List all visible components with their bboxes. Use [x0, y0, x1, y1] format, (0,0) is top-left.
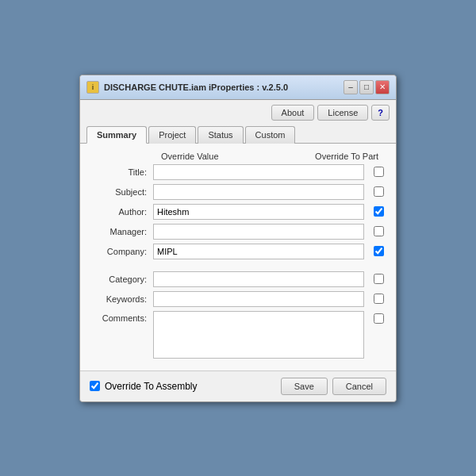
keywords-checkbox-container — [370, 291, 386, 307]
category-input[interactable] — [153, 271, 364, 287]
tab-project[interactable]: Project — [148, 126, 196, 144]
spacer-1 — [90, 263, 386, 271]
manager-label: Manager: — [90, 227, 153, 236]
author-input[interactable] — [153, 204, 364, 220]
cancel-button[interactable]: Cancel — [332, 378, 386, 395]
category-label: Category: — [90, 274, 153, 284]
manager-row: Manager: — [90, 224, 386, 240]
window-icon: i — [86, 81, 99, 94]
override-assembly-checkbox[interactable] — [90, 381, 100, 391]
content-area: Override Value Override To Part Title: S… — [80, 144, 396, 370]
author-row: Author: — [90, 204, 386, 220]
footer: Override To Assembly Save Cancel — [80, 370, 396, 401]
footer-right: Save Cancel — [281, 378, 386, 395]
category-row: Category: — [90, 271, 386, 287]
manager-input[interactable] — [153, 224, 364, 240]
title-bar: i DISCHARGE CHUTE.iam iProperties : v.2.… — [80, 75, 396, 100]
maximize-button[interactable]: □ — [359, 80, 374, 94]
title-label: Title: — [90, 167, 153, 177]
minimize-button[interactable]: – — [344, 80, 358, 94]
tab-status[interactable]: Status — [198, 126, 243, 144]
tab-custom[interactable]: Custom — [245, 126, 296, 144]
tab-summary[interactable]: Summary — [86, 126, 147, 144]
about-button[interactable]: About — [271, 105, 315, 121]
company-input[interactable] — [153, 244, 364, 259]
author-checkbox[interactable] — [374, 206, 384, 217]
comments-checkbox-container — [370, 311, 386, 327]
subject-input[interactable] — [153, 184, 364, 200]
title-row: Title: — [90, 164, 386, 180]
help-button[interactable]: ? — [371, 105, 390, 121]
author-label: Author: — [90, 207, 153, 217]
comments-checkbox[interactable] — [374, 313, 384, 324]
company-checkbox-container — [370, 244, 386, 259]
keywords-checkbox[interactable] — [374, 294, 384, 304]
subject-checkbox[interactable] — [374, 186, 384, 197]
company-row: Company: — [90, 244, 386, 259]
manager-checkbox[interactable] — [374, 226, 384, 236]
override-assembly-label: Override To Assembly — [105, 381, 198, 392]
title-controls: – □ ✕ — [344, 80, 390, 94]
subject-row: Subject: — [90, 184, 386, 200]
footer-left: Override To Assembly — [90, 381, 198, 392]
title-checkbox[interactable] — [374, 167, 384, 177]
column-headers: Override Value Override To Part — [90, 152, 386, 164]
comments-input[interactable] — [153, 311, 364, 359]
license-button[interactable]: License — [317, 105, 368, 121]
save-button[interactable]: Save — [281, 378, 328, 395]
category-checkbox[interactable] — [374, 274, 384, 284]
keywords-row: Keywords: — [90, 291, 386, 307]
company-label: Company: — [90, 247, 153, 256]
category-checkbox-container — [370, 271, 386, 287]
manager-checkbox-container — [370, 224, 386, 240]
override-to-part-header: Override To Part — [315, 152, 378, 161]
author-checkbox-container — [370, 204, 386, 220]
toolbar: About License ? — [80, 100, 396, 125]
title-checkbox-container — [370, 164, 386, 180]
title-bar-left: i DISCHARGE CHUTE.iam iProperties : v.2.… — [86, 81, 288, 94]
keywords-label: Keywords: — [90, 294, 153, 304]
subject-label: Subject: — [90, 187, 153, 197]
override-value-header: Override Value — [161, 152, 219, 161]
tab-bar: Summary Project Status Custom — [80, 125, 396, 144]
main-window: i DISCHARGE CHUTE.iam iProperties : v.2.… — [79, 75, 397, 402]
window-title: DISCHARGE CHUTE.iam iProperties : v.2.5.… — [104, 83, 288, 92]
keywords-input[interactable] — [153, 291, 364, 307]
company-checkbox[interactable] — [374, 246, 384, 256]
subject-checkbox-container — [370, 184, 386, 200]
title-input[interactable] — [153, 164, 364, 180]
comments-label: Comments: — [90, 311, 153, 323]
close-button[interactable]: ✕ — [375, 80, 390, 94]
comments-row: Comments: — [90, 311, 386, 359]
